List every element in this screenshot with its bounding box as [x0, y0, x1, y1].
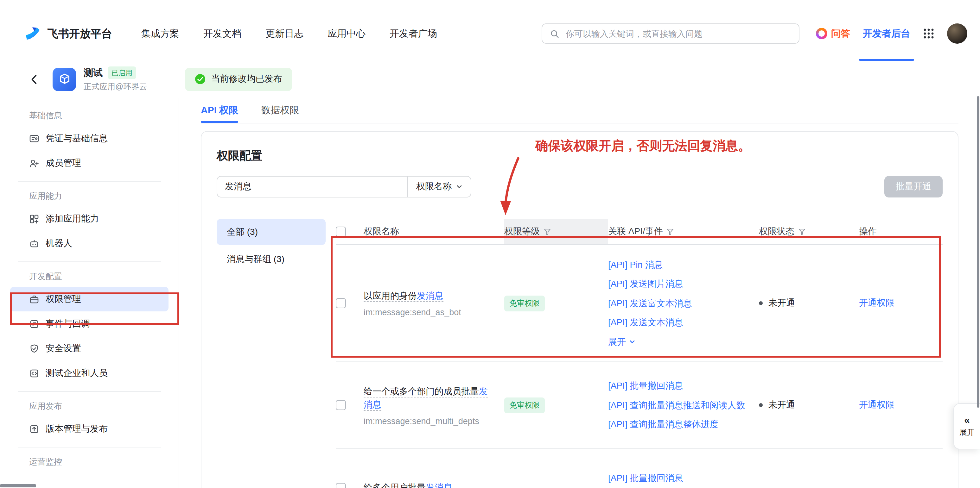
search-type-select[interactable]: 权限名称	[408, 181, 471, 192]
row-checkbox[interactable]	[336, 400, 346, 410]
permission-name: 给一个或多个部门的成员批量发消息	[364, 386, 488, 410]
global-search-input[interactable]	[565, 28, 791, 39]
level-badge: 免审权限	[504, 397, 545, 413]
row-checkbox-cell	[336, 483, 364, 488]
tab-api-permission[interactable]: API 权限	[201, 97, 238, 123]
app-icon	[52, 67, 76, 91]
top-navbar: 飞书开放平台 集成方案 开发文档 更新日志 应用中心 开发者广场 问答 开发者后…	[0, 0, 980, 61]
tab-data-permission[interactable]: 数据权限	[261, 97, 299, 123]
sidebar-item-label: 机器人	[46, 238, 72, 249]
brand[interactable]: 飞书开放平台	[24, 25, 112, 42]
nav-item-dev-plaza[interactable]: 开发者广场	[390, 27, 437, 40]
annotation-arrow	[489, 156, 533, 222]
batch-open-button[interactable]: 批量开通	[885, 176, 943, 198]
action-cell: 开通权限	[859, 298, 943, 309]
api-link[interactable]: [API] 查询批量消息推送和阅读人数	[608, 396, 752, 415]
table-row: 给一个或多个部门的成员批量发消息 im:message:send_multi_d…	[336, 362, 943, 449]
open-permission-link[interactable]: 开通权限	[859, 399, 894, 409]
api-link[interactable]: [API] 批量撤回消息	[608, 468, 752, 488]
api-link[interactable]: [API] 查询批量消息整体进度	[608, 415, 752, 434]
apps-grid-icon[interactable]	[923, 28, 934, 39]
api-link[interactable]: [API] 发送图片消息	[608, 274, 752, 294]
filter-funnel-icon[interactable]	[667, 228, 675, 236]
expand-apis-link[interactable]: 展开	[608, 332, 752, 352]
header-action: 操作	[859, 219, 943, 244]
sidebar-item-label: 事件与回调	[46, 318, 90, 330]
expand-panel-label: 展开	[959, 427, 975, 438]
sidebar-item-members[interactable]: 成员管理	[10, 151, 169, 175]
header-action-label: 操作	[859, 226, 877, 238]
sidebar-section-monitor: 运营监控	[10, 453, 169, 472]
sidebar-item-bot[interactable]: 机器人	[10, 231, 169, 256]
api-link[interactable]: [API] Pin 消息	[608, 255, 752, 274]
sidebar-item-events[interactable]: 事件与回调	[10, 311, 169, 336]
main-content: API 权限 数据权限 权限配置 权限名称 批量开通	[179, 97, 980, 488]
divider	[18, 181, 161, 182]
api-link[interactable]: [API] 发送文本消息	[608, 313, 752, 332]
api-link[interactable]: [API] 发送富文本消息	[608, 294, 752, 313]
avatar[interactable]	[947, 24, 967, 44]
code-box-icon	[29, 368, 39, 378]
sidebar-item-version-release[interactable]: 版本管理与发布	[10, 417, 169, 441]
permission-search-input[interactable]	[217, 182, 407, 192]
publish-banner: 当前修改均已发布	[185, 67, 292, 91]
app-header: 测试 已启用 正式应用@环界云 当前修改均已发布	[0, 61, 980, 97]
sidebar-item-add-capability[interactable]: 添加应用能力	[10, 206, 169, 231]
permission-name: 给多个用户批量发消息	[364, 482, 452, 488]
filter-funnel-icon[interactable]	[798, 228, 806, 236]
sidebar-item-permissions[interactable]: 权限管理	[10, 287, 169, 311]
related-apis-cell: [API] Pin 消息 [API] 发送图片消息 [API] 发送富文本消息 …	[608, 255, 759, 352]
sidebar-item-security[interactable]: 安全设置	[10, 336, 169, 361]
filter-item-message-group[interactable]: 消息与群组 (3)	[216, 246, 326, 272]
header-name-label: 权限名称	[364, 226, 399, 238]
divider	[18, 391, 161, 392]
filter-item-all[interactable]: 全部 (3)	[216, 219, 326, 245]
row-checkbox[interactable]	[336, 298, 346, 308]
add-capability-icon	[29, 214, 39, 224]
sidebar-item-credentials[interactable]: 凭证与基础信息	[10, 126, 169, 151]
permission-search-group: 权限名称	[216, 176, 471, 198]
search-icon	[550, 29, 559, 38]
status-cell: 未开通	[759, 399, 859, 411]
active-tab-indicator	[859, 59, 914, 60]
permission-icon	[29, 294, 39, 304]
row-checkbox-cell	[336, 400, 364, 410]
qa-label: 问答	[831, 27, 850, 40]
expand-panel-button[interactable]: « 展开	[953, 403, 980, 449]
horizontal-scrollbar[interactable]	[0, 484, 36, 487]
bot-icon	[29, 238, 39, 249]
sidebar-item-label: 凭证与基础信息	[46, 133, 108, 144]
select-all-checkbox[interactable]	[336, 227, 346, 237]
header-name: 权限名称	[364, 219, 504, 244]
status-cell: 未开通	[759, 298, 859, 309]
qa-link[interactable]: 问答	[816, 27, 850, 40]
nav-item-docs[interactable]: 开发文档	[204, 27, 241, 40]
open-permission-link[interactable]: 开通权限	[859, 298, 894, 307]
vertical-scrollbar[interactable]	[977, 96, 979, 407]
permission-level-cell: 免审权限	[504, 295, 608, 311]
api-link[interactable]: [API] 批量撤回消息	[608, 376, 752, 396]
global-search[interactable]	[542, 24, 799, 44]
row-checkbox[interactable]	[336, 483, 346, 488]
sidebar-item-label: 添加应用能力	[46, 213, 99, 224]
status-badge: 已启用	[108, 66, 136, 79]
name-text: 以应用的身份	[364, 290, 417, 301]
nav-item-app-center[interactable]: 应用中心	[328, 27, 366, 40]
level-badge: 免审权限	[504, 295, 545, 311]
credential-icon	[29, 133, 39, 143]
page: 飞书开放平台 集成方案 开发文档 更新日志 应用中心 开发者广场 问答 开发者后…	[0, 0, 980, 488]
back-button[interactable]	[29, 73, 41, 85]
sidebar-item-test-org[interactable]: 测试企业和人员	[10, 361, 169, 385]
permission-name-cell: 以应用的身份发消息 im:message:send_as_bot	[364, 289, 504, 317]
sidebar-section-basic: 基础信息	[10, 106, 169, 126]
nav-item-dev-console[interactable]: 开发者后台	[863, 27, 910, 40]
nav-item-integration[interactable]: 集成方案	[141, 27, 179, 40]
related-apis-cell: [API] 批量撤回消息 [API] 查询批量消息推送和阅读	[608, 468, 759, 488]
double-chevron-left-icon: «	[964, 415, 970, 425]
status-dot	[759, 403, 763, 407]
nav-item-changelog[interactable]: 更新日志	[266, 27, 304, 40]
app-name: 测试	[84, 67, 103, 78]
filter-funnel-icon[interactable]	[544, 228, 551, 236]
table-header-row: 权限名称 权限等级 关联 API/事件 权限状态	[336, 219, 943, 245]
app-meta: 测试 已启用 正式应用@环界云	[84, 66, 147, 92]
